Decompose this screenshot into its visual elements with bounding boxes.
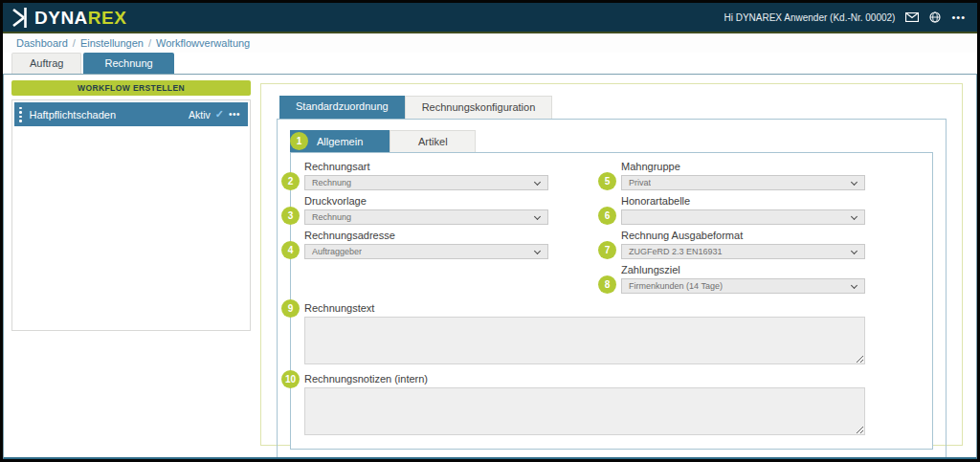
breadcrumb-workflowverwaltung[interactable]: Workflowverwaltung: [156, 37, 250, 49]
mahngruppe-label: Mahngruppe: [621, 161, 865, 173]
step-badge-2: 2: [281, 172, 300, 190]
step-badge-1: 1: [290, 132, 308, 150]
chevron-down-icon: [851, 212, 858, 219]
druckvorlage-value: Rechnung: [305, 212, 351, 222]
mahngruppe-value: Privat: [622, 178, 651, 187]
mail-icon[interactable]: [905, 12, 919, 22]
zahlungsziel-label: Zahlungsziel: [621, 264, 865, 276]
subtab-allgemein-label: Allgemein: [317, 136, 363, 147]
breadcrumb: Dashboard / Einstellungen / Workflowverw…: [3, 33, 977, 53]
step-badge-10: 10: [281, 370, 300, 388]
chevron-down-icon: [534, 212, 541, 219]
rechnungsadresse-label: Rechnungsadresse: [304, 230, 548, 242]
chevron-down-icon: [851, 178, 858, 185]
more-icon[interactable]: •••: [951, 12, 966, 23]
chevron-down-icon: [534, 178, 541, 185]
field-rechnung-ausgabeformat: 7 Rechnung Ausgabeformat ZUGFeRD 2.3 EN1…: [621, 230, 865, 259]
breadcrumb-separator: /: [68, 37, 80, 49]
step-badge-3: 3: [281, 207, 300, 225]
chevron-down-icon: [534, 247, 541, 253]
config-tab-bar: Standardzuordnung Rechnungskonfiguration: [279, 96, 947, 119]
form-column-right: 5 Mahngruppe Privat 6 Honorartabelle: [621, 161, 865, 298]
subtab-bar: 1 Allgemein Artikel: [290, 130, 940, 152]
rechnungsadresse-value: Auftraggeber: [305, 247, 362, 256]
field-honorartabelle: 6 Honorartabelle: [621, 195, 865, 225]
rechnungsart-value: Rechnung: [305, 178, 351, 187]
subtab-artikel[interactable]: Artikel: [390, 130, 476, 152]
rechnung-ausgabeformat-select[interactable]: ZUGFeRD 2.3 EN16931: [621, 244, 865, 259]
workflow-config-panel: Standardzuordnung Rechnungskonfiguration…: [260, 83, 963, 446]
app-window: DYNAREX Hi DYNAREX Anwender (Kd.-Nr. 000…: [0, 0, 980, 462]
content-area: WORKFLOW ERSTELLEN Haftpflichtschaden Ak…: [3, 74, 977, 459]
form-column-left: 2 Rechnungsart Rechnung 3 Druckvorlage: [304, 161, 548, 298]
breadcrumb-separator: /: [144, 37, 156, 49]
field-rechnungstext: 9 Rechnungstext: [304, 302, 865, 364]
field-rechnungsnotizen: 10 Rechnungsnotizen (intern): [304, 373, 865, 435]
breadcrumb-dashboard[interactable]: Dashboard: [16, 37, 68, 49]
form-columns: 2 Rechnungsart Rechnung 3 Druckvorlage: [304, 161, 865, 298]
logo-text-primary: DYNA: [34, 8, 88, 28]
rechnung-ausgabeformat-value: ZUGFeRD 2.3 EN16931: [622, 247, 723, 256]
workflow-list: Haftpflichtschaden Aktiv ✓ •••: [11, 99, 251, 331]
logo-text: DYNAREX: [34, 9, 126, 27]
honorartabelle-label: Honorartabelle: [621, 195, 865, 208]
standardzuordnung-panel: 1 Allgemein Artikel 2 Rechnungsart Rechn…: [277, 119, 947, 459]
subtab-allgemein[interactable]: 1 Allgemein: [290, 130, 390, 152]
tab-rechnung[interactable]: Rechnung: [83, 53, 173, 74]
field-mahngruppe: 5 Mahngruppe Privat: [621, 161, 865, 190]
mahngruppe-select[interactable]: Privat: [621, 175, 865, 190]
aktiv-checkbox[interactable]: ✓: [215, 109, 224, 120]
allgemein-form-panel: 2 Rechnungsart Rechnung 3 Druckvorlage: [290, 152, 933, 450]
rechnungsart-select[interactable]: Rechnung: [304, 175, 548, 190]
topbar-right: Hi DYNAREX Anwender (Kd.-Nr. 00002) •••: [724, 11, 966, 23]
top-header: DYNAREX Hi DYNAREX Anwender (Kd.-Nr. 000…: [3, 3, 977, 33]
tab-auftrag[interactable]: Auftrag: [11, 53, 81, 74]
chevron-down-icon: [851, 247, 858, 253]
rechnung-ausgabeformat-label: Rechnung Ausgabeformat: [621, 230, 865, 242]
workflow-sidebar: WORKFLOW ERSTELLEN Haftpflichtschaden Ak…: [11, 80, 251, 453]
step-badge-9: 9: [281, 299, 300, 318]
druckvorlage-select[interactable]: Rechnung: [304, 209, 548, 225]
app-logo[interactable]: DYNAREX: [12, 8, 126, 28]
step-badge-7: 7: [598, 241, 616, 259]
rechnungstext-label: Rechnungstext: [304, 302, 865, 315]
drag-handle-icon[interactable]: [19, 107, 22, 122]
field-druckvorlage: 3 Druckvorlage Rechnung: [304, 195, 548, 225]
chevron-down-icon: [851, 281, 858, 288]
aktiv-label: Aktiv: [189, 109, 211, 121]
step-badge-4: 4: [281, 241, 300, 259]
workflow-list-item[interactable]: Haftpflichtschaden Aktiv ✓ •••: [14, 102, 248, 126]
step-badge-5: 5: [598, 172, 616, 190]
honorartabelle-select[interactable]: [621, 209, 865, 225]
workflow-item-menu-icon[interactable]: •••: [229, 110, 240, 120]
rechnungsnotizen-label: Rechnungsnotizen (intern): [304, 373, 865, 385]
workflow-erstellen-button[interactable]: WORKFLOW ERSTELLEN: [11, 80, 251, 96]
step-badge-6: 6: [598, 207, 616, 225]
rechnungsadresse-select[interactable]: Auftraggeber: [304, 244, 548, 259]
breadcrumb-einstellungen[interactable]: Einstellungen: [80, 37, 144, 49]
workflow-name: Haftpflichtschaden: [30, 109, 189, 121]
tab-standardzuordnung[interactable]: Standardzuordnung: [279, 96, 405, 119]
dynarex-mark-icon: [12, 8, 31, 28]
user-greeting: Hi DYNAREX Anwender (Kd.-Nr. 00002): [724, 12, 895, 23]
zahlungsziel-value: Firmenkunden (14 Tage): [622, 281, 723, 291]
tab-rechnungskonfiguration[interactable]: Rechnungskonfiguration: [405, 96, 553, 119]
rechnungstext-textarea[interactable]: [304, 317, 865, 364]
zahlungsziel-select[interactable]: Firmenkunden (14 Tage): [621, 278, 865, 294]
druckvorlage-label: Druckvorlage: [304, 195, 548, 208]
rechnungsart-label: Rechnungsart: [304, 161, 548, 173]
globe-icon[interactable]: [929, 11, 941, 23]
rechnungsnotizen-textarea[interactable]: [304, 387, 865, 435]
field-rechnungsadresse: 4 Rechnungsadresse Auftraggeber: [304, 230, 548, 259]
page-tab-bar: Auftrag Rechnung: [3, 53, 977, 74]
field-zahlungsziel: 8 Zahlungsziel Firmenkunden (14 Tage): [621, 264, 865, 294]
step-badge-8: 8: [598, 275, 616, 294]
workflow-item-controls: Aktiv ✓ •••: [189, 109, 240, 121]
logo-text-accent: REX: [88, 8, 127, 28]
field-rechnungsart: 2 Rechnungsart Rechnung: [304, 161, 548, 190]
